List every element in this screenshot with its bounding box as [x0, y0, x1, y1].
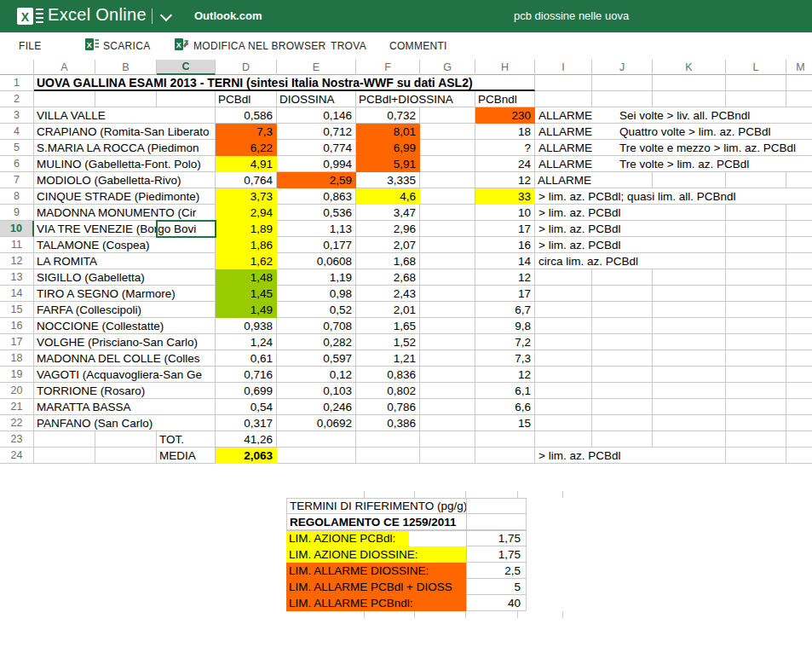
cell-K[interactable] [653, 75, 726, 91]
column-header-L[interactable]: L [726, 60, 786, 75]
cell-M[interactable] [786, 253, 812, 269]
cell-E19[interactable]: 0,12 [277, 367, 356, 383]
cell-H15[interactable]: 6,7 [475, 302, 535, 318]
cell-F6[interactable]: 5,91 [356, 156, 420, 172]
cell-I[interactable] [535, 334, 592, 350]
cell-G17[interactable] [420, 334, 475, 350]
cell-H17[interactable]: 7,2 [475, 334, 535, 350]
cell-I[interactable] [535, 399, 592, 415]
ref-value[interactable]: 1,75 [466, 530, 527, 546]
cell-tot-value[interactable]: 41,26 [216, 431, 277, 448]
cell-H12[interactable]: 14 [475, 253, 535, 269]
ref-value[interactable]: 2,5 [466, 563, 527, 579]
cell-name-21[interactable]: MARATTA BASSA [34, 399, 216, 415]
cell-E11[interactable]: 0,177 [277, 237, 356, 253]
ref-label[interactable]: LIM. ALLARME PCBndl: [286, 595, 466, 611]
cell-D10[interactable]: 1,89 [216, 221, 277, 237]
cell-name-11[interactable]: TALAMONE (Cospea) [34, 237, 216, 253]
cell-name-5[interactable]: S.MARIA LA ROCCA (Piedimon [34, 140, 216, 156]
cell-M[interactable] [786, 172, 812, 188]
row-header-19[interactable]: 19 [0, 367, 34, 383]
cell-name-19[interactable]: VAGOTI (Acquavogliera-San Ge [34, 367, 216, 383]
document-title[interactable]: pcb diossine nelle uova [514, 9, 629, 22]
cell-B24[interactable] [95, 448, 157, 464]
cell-F15[interactable]: 2,01 [356, 302, 420, 318]
row-header-4[interactable]: 4 [0, 124, 34, 140]
cell-D11[interactable]: 1,86 [216, 237, 277, 253]
cell-D8[interactable]: 3,73 [216, 188, 277, 205]
sheet-title-cell[interactable]: UOVA GALLINA ESAMI 2013 - TERNI (sintesi… [34, 75, 535, 91]
cell-J[interactable] [592, 172, 653, 188]
cell-D21[interactable]: 0,54 [216, 399, 277, 415]
cell-K[interactable] [653, 415, 726, 431]
cell-G19[interactable] [420, 367, 475, 383]
cell-G16[interactable] [420, 318, 475, 334]
cell-J[interactable] [592, 318, 653, 334]
cell-K[interactable] [653, 172, 726, 188]
menu-commenti[interactable]: COMMENTI [389, 32, 447, 59]
cell-I[interactable] [535, 75, 592, 91]
ref-label[interactable]: LIM. AZIONE PCBdl: [286, 530, 466, 546]
cell-M[interactable] [786, 91, 812, 107]
ref-value[interactable]: 40 [466, 595, 527, 611]
cell-D16[interactable]: 0,938 [216, 318, 277, 334]
cell-M[interactable] [786, 350, 812, 367]
cell-F13[interactable]: 2,68 [356, 269, 420, 286]
cell-G6[interactable] [420, 156, 475, 172]
cell-H23[interactable] [475, 431, 535, 448]
ref-value[interactable]: 5 [466, 579, 527, 595]
cell-I[interactable] [535, 91, 592, 107]
cell-H18[interactable]: 7,3 [475, 350, 535, 367]
cell-F24[interactable] [356, 448, 420, 464]
header-pcbdl-diossina[interactable]: PCBdl+DIOSSINA [356, 91, 475, 107]
cell-name-9[interactable]: MADONNA MONUMENTO (Cir [34, 205, 216, 221]
cell-M[interactable] [786, 334, 812, 350]
ref-label[interactable]: LIM. AZIONE DIOSSINE: [286, 546, 466, 563]
cell-G20[interactable] [420, 383, 475, 399]
row-header-5[interactable]: 5 [0, 140, 34, 156]
cell-L[interactable] [726, 286, 786, 302]
cell-E6[interactable]: 0,994 [277, 156, 356, 172]
cell-K[interactable] [653, 350, 726, 367]
cell-note-9[interactable]: > lim. az. PCBdl [535, 205, 653, 221]
cell-H24[interactable] [475, 448, 535, 464]
row-header-24[interactable]: 24 [0, 448, 34, 464]
cell-D13[interactable]: 1,48 [216, 269, 277, 286]
cell-E22[interactable]: 0,0692 [277, 415, 356, 431]
cell-K[interactable] [653, 318, 726, 334]
cell-J[interactable] [592, 399, 653, 415]
cell-K[interactable] [653, 269, 726, 286]
cell-H6[interactable]: 24 [475, 156, 535, 172]
cell-M[interactable] [786, 302, 812, 318]
cell-I[interactable] [535, 286, 592, 302]
cell-H22[interactable]: 15 [475, 415, 535, 431]
cell-name-10[interactable]: VIA TRE VENEZIE (Borgo Bovi [34, 221, 216, 237]
cell-H11[interactable]: 16 [475, 237, 535, 253]
cell-J[interactable] [592, 383, 653, 399]
cell-J[interactable] [592, 415, 653, 431]
cell-I[interactable] [535, 431, 592, 448]
cell-M[interactable] [786, 318, 812, 334]
cell-M[interactable] [786, 431, 812, 448]
cell-F21[interactable]: 0,786 [356, 399, 420, 415]
cell-I[interactable] [535, 350, 592, 367]
cell-M[interactable] [786, 205, 812, 221]
header-pcbndl[interactable]: PCBndl [475, 91, 535, 107]
cell-K[interactable] [653, 334, 726, 350]
column-header-G[interactable]: G [420, 60, 475, 75]
row-header-17[interactable]: 17 [0, 334, 34, 350]
select-all-corner[interactable] [0, 60, 34, 75]
cell-L[interactable] [726, 415, 786, 431]
cell-D17[interactable]: 1,24 [216, 334, 277, 350]
cell-D18[interactable]: 0,61 [216, 350, 277, 367]
cell-L[interactable] [726, 221, 786, 237]
cell-G5[interactable] [420, 140, 475, 156]
cell-note-11[interactable]: > lim. az. PCBdl [535, 237, 653, 253]
cell-M[interactable] [786, 383, 812, 399]
cell-name-8[interactable]: CINQUE STRADE (Piedimonte) [34, 188, 216, 205]
cell-F9[interactable]: 3,47 [356, 205, 420, 221]
cell-E14[interactable]: 0,98 [277, 286, 356, 302]
cell-L[interactable] [726, 448, 786, 464]
cell-media-label[interactable]: MEDIA [157, 448, 216, 464]
row-header-2[interactable]: 2 [0, 91, 34, 107]
